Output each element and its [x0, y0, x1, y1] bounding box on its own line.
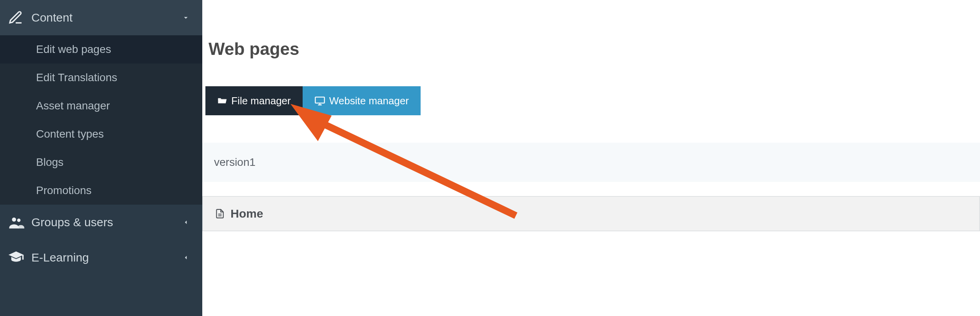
sidebar-item-edit-translations[interactable]: Edit Translations — [0, 64, 202, 92]
version-row[interactable]: version1 — [202, 143, 980, 182]
sidebar-section-label: Groups & users — [31, 216, 181, 229]
page-title: Web pages — [205, 39, 980, 59]
sidebar-item-content-types[interactable]: Content types — [0, 120, 202, 148]
button-label: File manager — [231, 95, 291, 107]
sidebar: Content Edit web pages Edit Translations… — [0, 0, 202, 316]
sidebar-item-label: Edit web pages — [36, 43, 111, 56]
svg-rect-2 — [315, 97, 324, 103]
file-manager-button[interactable]: File manager — [205, 86, 303, 115]
home-row[interactable]: Home — [202, 196, 980, 231]
sidebar-item-asset-manager[interactable]: Asset manager — [0, 92, 202, 120]
home-label: Home — [230, 207, 263, 220]
button-label: Website manager — [329, 95, 409, 107]
document-icon — [215, 209, 225, 219]
sidebar-item-promotions[interactable]: Promotions — [0, 176, 202, 205]
sidebar-item-blogs[interactable]: Blogs — [0, 148, 202, 176]
sidebar-item-label: Promotions — [36, 184, 92, 197]
svg-point-1 — [17, 218, 21, 222]
toolbar: File manager Website manager — [205, 86, 980, 115]
sidebar-item-label: Edit Translations — [36, 71, 117, 84]
version-label: version1 — [214, 156, 256, 168]
svg-point-0 — [12, 218, 16, 222]
edit-icon — [8, 10, 31, 25]
chevron-left-icon — [181, 254, 191, 261]
sidebar-section-elearning[interactable]: E-Learning — [0, 240, 202, 275]
chevron-left-icon — [181, 219, 191, 226]
sidebar-section-label: Content — [31, 11, 181, 24]
chevron-down-icon — [181, 13, 191, 22]
sidebar-section-content[interactable]: Content — [0, 0, 202, 35]
sidebar-submenu-content: Edit web pages Edit Translations Asset m… — [0, 35, 202, 205]
sidebar-item-label: Asset manager — [36, 100, 110, 112]
folder-open-icon — [217, 96, 227, 106]
sidebar-item-label: Content types — [36, 128, 104, 140]
sidebar-item-label: Blogs — [36, 156, 64, 169]
sidebar-section-groups-users[interactable]: Groups & users — [0, 205, 202, 240]
graduation-cap-icon — [8, 249, 31, 266]
sidebar-section-label: E-Learning — [31, 251, 181, 264]
website-manager-button[interactable]: Website manager — [303, 86, 421, 115]
users-icon — [8, 214, 31, 231]
sidebar-item-edit-web-pages[interactable]: Edit web pages — [0, 35, 202, 64]
monitor-icon — [314, 95, 325, 106]
main-content: Web pages File manager Website manager — [202, 0, 980, 316]
